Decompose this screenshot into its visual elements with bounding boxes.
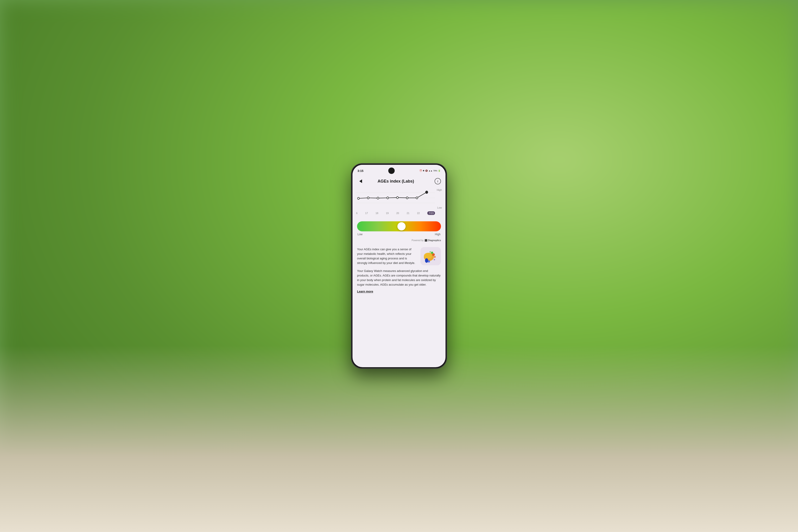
gauge-section: Low High: [353, 218, 445, 238]
svg-point-19: [434, 259, 435, 260]
chart-date-6: 22: [417, 212, 420, 214]
battery-icon: 🔋: [438, 170, 440, 172]
description-section: Your AGEs index can give you a sense of …: [353, 244, 445, 298]
page-title: AGEs index (Labs): [357, 179, 435, 184]
svg-point-10: [425, 191, 428, 193]
svg-point-14: [434, 256, 436, 258]
molecule-image: [420, 247, 441, 265]
svg-point-8: [406, 197, 408, 199]
description-paragraph-2: Your Galaxy Watch measures advanced glyc…: [357, 269, 441, 287]
chart-date-4: 20: [396, 212, 399, 214]
chart-date-3: 19: [386, 212, 388, 214]
app-header: AGEs index (Labs) i: [353, 175, 445, 187]
gauge-bar: [357, 221, 441, 231]
info-icon: i: [437, 179, 438, 183]
gauge-label-low: Low: [358, 233, 362, 236]
chart-label-high: High: [437, 189, 442, 191]
svg-point-7: [397, 196, 398, 198]
phone-screen: 3:15 ⏰ ✱ 🔇 ▲▲ 79% 🔋 AGEs index (Labs) i: [353, 165, 445, 367]
svg-point-4: [367, 197, 369, 199]
chart-date-1: 17: [365, 212, 368, 214]
gauge-label-high: High: [435, 233, 440, 236]
status-bar: 3:15 ⏰ ✱ 🔇 ▲▲ 79% 🔋: [353, 165, 445, 175]
battery-text: 79%: [433, 170, 437, 172]
background-light: [0, 346, 798, 532]
molecule-svg: [422, 248, 440, 264]
svg-point-18: [428, 260, 430, 263]
info-button[interactable]: i: [435, 178, 441, 184]
camera-notch: [388, 168, 395, 174]
chart-line-area: [356, 188, 435, 208]
chart-section: High Low: [353, 187, 445, 218]
powered-by-logo: Powered by ⬛ Diagnoptics: [412, 239, 441, 242]
chart-date-0: 6: [356, 212, 358, 214]
signal-icon: ▲▲: [429, 170, 433, 172]
phone-shell: 3:15 ⏰ ✱ 🔇 ▲▲ 79% 🔋 AGEs index (Labs) i: [351, 164, 447, 368]
alarm-icon: ⏰: [419, 170, 422, 172]
svg-point-6: [387, 197, 388, 199]
svg-point-12: [424, 253, 432, 259]
learn-more-link[interactable]: Learn more: [357, 290, 373, 293]
chart-date-2: 18: [376, 212, 378, 214]
gauge-thumb: [397, 222, 405, 230]
chart-container: High Low: [356, 188, 442, 215]
chart-date-7-active: 7/23: [427, 211, 435, 215]
description-paragraph-1: Your AGEs index can give you a sense of …: [357, 247, 418, 266]
scroll-content[interactable]: High Low: [353, 187, 445, 367]
description-top: Your AGEs index can give you a sense of …: [357, 247, 441, 266]
chart-dates: 6 17 18 19 20 21 22 7/23: [356, 211, 435, 215]
chart-date-5: 21: [406, 212, 409, 214]
diagnoptics-brand: ⬛ Diagnoptics: [424, 239, 441, 242]
svg-point-16: [430, 251, 431, 252]
status-icons: ⏰ ✱ 🔇 ▲▲ 79% 🔋: [419, 170, 440, 172]
svg-point-3: [358, 197, 359, 200]
svg-point-9: [416, 197, 418, 199]
bluetooth-icon: ✱: [423, 170, 424, 172]
mute-icon: 🔇: [425, 170, 428, 172]
gauge-labels: Low High: [357, 233, 441, 236]
powered-by: Powered by ⬛ Diagnoptics: [353, 238, 445, 244]
svg-point-5: [377, 197, 379, 199]
status-time: 3:15: [358, 169, 363, 173]
svg-point-17: [425, 258, 428, 263]
chart-label-low: Low: [437, 206, 442, 209]
svg-point-15: [431, 252, 433, 254]
powered-by-label: Powered by: [412, 239, 424, 242]
chart-svg: [356, 188, 435, 208]
